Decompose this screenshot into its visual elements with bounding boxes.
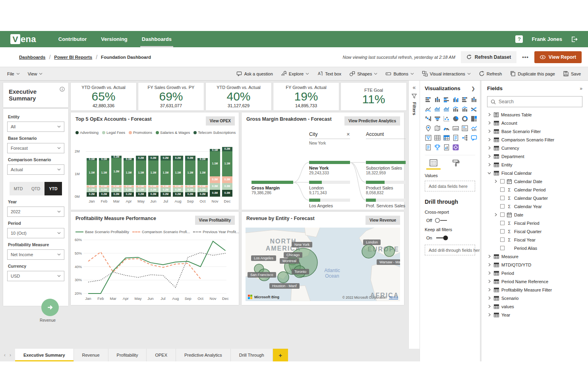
slicer-dropdown-entity[interactable]: All (7, 122, 64, 132)
page-tab-executive-summary[interactable]: Executive Summary (15, 349, 74, 361)
tree-node-prof-services-sales[interactable]: Prof. Services Sales (366, 199, 406, 208)
kpi-card[interactable]: FTE Goal11% (341, 83, 406, 110)
slicer-dropdown-profitability-measure[interactable]: Net Income (7, 249, 64, 260)
tree-node-los-angeles[interactable]: Los Angeles (309, 199, 350, 208)
field-checkbox[interactable] (500, 238, 505, 242)
waterfall-chart-icon[interactable] (425, 115, 432, 122)
logout-icon[interactable] (571, 36, 578, 42)
toolbar-item-file[interactable]: File (3, 67, 24, 80)
bing-map[interactable]: NORTHAMERICAEUROPEAtlanticOceanAFRICANew… (246, 228, 400, 301)
field-item-calendar-date[interactable]: Calendar Date (487, 177, 582, 185)
toolbar-item-duplicate-this-page[interactable]: Duplicate this page (506, 67, 559, 80)
tree-node-subscription-sales[interactable]: Subscription Sales18,322,959 (366, 161, 406, 175)
field-item-account[interactable]: Account (487, 119, 582, 127)
page-tab-revenue[interactable]: Revenue (74, 349, 108, 361)
kpi-card[interactable]: YTD Growth vs. Actual65%42,880,336 (71, 83, 136, 110)
field-checkbox[interactable] (500, 179, 505, 183)
area-chart-icon[interactable] (434, 106, 441, 113)
field-item-period-name-reference[interactable]: Period Name Reference (487, 277, 582, 286)
toolbar-item-buttons[interactable]: Buttons (381, 67, 418, 80)
nav-item-versioning[interactable]: Versioning (94, 31, 134, 47)
slicer-dropdown-year[interactable]: 2022 (7, 207, 64, 217)
slicer-dropdown-comparison-scenario[interactable]: Actual (7, 164, 64, 175)
filled-map-icon[interactable] (434, 125, 441, 132)
kpi-icon[interactable]: KPI (470, 125, 478, 132)
page-tab-profitability[interactable]: Profitability (108, 349, 147, 361)
field-checkbox[interactable] (500, 204, 505, 209)
toolbar-item-shapes[interactable]: Shapes (345, 67, 381, 80)
decomposition-tree-icon[interactable] (461, 134, 468, 141)
map-label-montreal[interactable]: Montreal (280, 258, 299, 264)
breadcrumb-link[interactable]: Dashboards (19, 55, 45, 60)
chevron-right-icon[interactable] (493, 180, 498, 183)
map-label-toronto[interactable]: Toronto (292, 269, 309, 274)
table-icon[interactable] (434, 134, 441, 141)
revenue-nav-button[interactable] (41, 299, 59, 316)
field-item-measure[interactable]: Measure (487, 252, 582, 261)
field-item-entity[interactable]: Entity (487, 160, 582, 169)
nav-item-contributor[interactable]: Contributor (51, 31, 94, 47)
chevron-right-icon[interactable] (487, 255, 491, 258)
chevron-right-icon[interactable] (493, 213, 498, 216)
field-checkbox[interactable] (500, 221, 505, 225)
chevron-right-icon[interactable] (487, 280, 491, 283)
toolbar-item-view[interactable]: View (24, 67, 47, 80)
view-profitability-button[interactable]: View Profitability (195, 216, 235, 225)
field-item-fiscal-year[interactable]: ΣFiscal Year (487, 236, 582, 244)
slicer-dropdown-base-scenario[interactable]: Forecast (7, 143, 64, 153)
fields-search[interactable] (487, 96, 582, 107)
cross-report-toggle[interactable]: Off (426, 218, 475, 223)
tree-node-london[interactable]: London9,171,343 (309, 181, 350, 195)
chevron-right-icon[interactable] (487, 313, 491, 317)
page-tab-drill-through[interactable]: Drill Through (231, 349, 273, 361)
expand-fields-icon[interactable]: » (580, 86, 582, 91)
field-checkbox[interactable] (500, 196, 505, 200)
scatter-chart-icon[interactable] (443, 115, 450, 122)
matrix-icon[interactable] (443, 134, 450, 141)
map-label-new-york[interactable]: New York (292, 242, 312, 247)
multi-row-card-icon[interactable] (461, 125, 468, 132)
line-and-stacked-column-chart-icon[interactable] (452, 106, 459, 113)
field-item-currency[interactable]: Currency (487, 144, 582, 152)
page-tab-opex[interactable]: OPEX (147, 349, 176, 361)
chevron-right-icon[interactable] (487, 129, 491, 133)
chevron-right-icon[interactable] (487, 296, 491, 300)
breadcrumb-link[interactable]: Power BI Reports (54, 55, 92, 60)
goals-icon[interactable] (434, 144, 441, 151)
100-stacked-column-chart-icon[interactable] (470, 96, 478, 103)
treemap-icon[interactable] (470, 115, 478, 122)
map-label-san-francisco[interactable]: San Francisco (248, 272, 276, 278)
field-item-scenario[interactable]: Scenario (487, 294, 582, 302)
field-item-calendar-year[interactable]: ΣCalendar Year (487, 202, 582, 210)
donut-chart-icon[interactable] (461, 115, 468, 122)
field-item-period[interactable]: Period (487, 269, 582, 277)
tree-node-gross-margin[interactable]: Gross Margin79,386,286 (251, 181, 293, 195)
chevron-right-icon[interactable] (487, 288, 491, 292)
toolbar-item-explore[interactable]: Explore (277, 67, 313, 80)
view-revenue-button[interactable]: View Revenue (366, 216, 400, 225)
add-page-button[interactable]: + (273, 349, 288, 361)
help-icon[interactable]: ? (515, 35, 523, 43)
gauge-icon[interactable] (443, 125, 450, 132)
slicer-icon[interactable] (425, 134, 432, 141)
user-name[interactable]: Frank Jones (532, 36, 562, 42)
drill-through-field-well[interactable]: Add drill-through fields here (425, 245, 475, 255)
field-item-profitability-measure-filter[interactable]: Profitability Measure Filter (487, 286, 582, 294)
chevron-right-icon[interactable] (487, 146, 491, 150)
field-checkbox[interactable] (500, 187, 505, 192)
field-checkbox[interactable] (500, 246, 505, 250)
collapse-filters-icon[interactable]: « (413, 85, 416, 90)
map-label-chicago[interactable]: Chicago (284, 252, 302, 258)
power-apps-icon[interactable] (452, 144, 459, 151)
toolbar-item-text-box[interactable]: AText box (313, 67, 345, 80)
close-icon[interactable]: ✕ (346, 132, 350, 137)
field-item-department[interactable]: Department (487, 152, 582, 160)
field-item-calendar-quarter[interactable]: ΣCalendar Quarter (487, 194, 582, 202)
field-item-year[interactable]: Year (487, 311, 582, 319)
refresh-dataset-button[interactable]: Refresh Dataset (461, 51, 516, 63)
ribbon-chart-icon[interactable] (470, 106, 478, 113)
field-item-calendar-period[interactable]: ΣCalendar Period (487, 185, 582, 194)
chevron-right-icon[interactable] (487, 121, 491, 125)
field-item-fiscal-calendar[interactable]: Fiscal Calendar (487, 169, 582, 177)
terms-link[interactable]: Terms (389, 295, 398, 299)
